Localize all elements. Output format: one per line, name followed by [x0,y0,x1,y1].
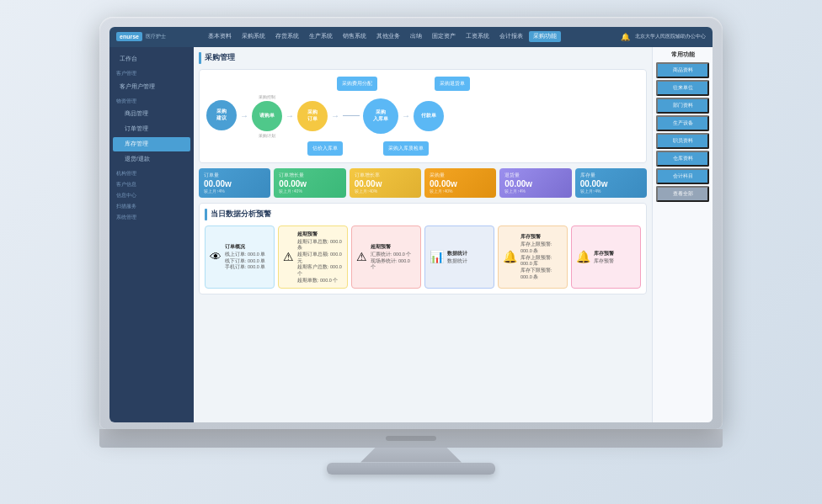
quick-btn-2[interactable]: 往来单位 [656,80,709,96]
nav-item-2[interactable]: 采购系统 [238,31,270,42]
stat-card-3: 订单增长率 00.00w 较上月↑40% [350,168,421,198]
quick-btn-1[interactable]: 商品资料 [656,62,709,78]
sidebar-item-workbench[interactable]: 工作台 [113,51,190,66]
flow-sub-2: 采购计划 [259,133,275,138]
warning-icon-1: ⚠ [283,250,294,263]
flow-arrow-2: → [286,111,294,120]
sidebar-item-returns[interactable]: 退货/退款 [113,152,190,167]
analysis-card-1: 👁 订单概况 线上订单: 000.0 单线下订单: 000.0 单手机订单: 0… [205,225,275,289]
analysis-card-3: ⚠ 超期预警 汇票统计: 000.0 个现场券统计: 000.0 个 [351,225,421,289]
bell-icon-2: 🔔 [576,250,590,263]
top-bar-right: 🔔 北京大学人民医院辅助办公中心 [621,33,706,41]
sidebar-section-customer: 客户管理 [109,67,194,78]
flow-arrow-1: → [240,111,248,120]
nav-item-6[interactable]: 其他业务 [372,31,404,42]
quick-btn-3[interactable]: 部门资料 [656,98,709,114]
sidebar-section-scan: 扫描服务 [109,200,194,211]
top-nav: 基本资料 采购系统 存货系统 生产系统 销售系统 其他业务 出纳 固定资产 工资… [200,31,621,42]
analysis-section: 当日数据分析预警 👁 订单概况 线上订单: 000.0 单线下订单: 000.0… [199,203,647,295]
stat-value-6: 00.00w [580,179,642,188]
notification-icon[interactable]: 🔔 [621,33,630,41]
nav-item-9[interactable]: 工资系统 [462,31,494,42]
quick-btn-8[interactable]: 查看全部 [656,186,709,202]
quick-btn-4[interactable]: 生产设备 [656,115,709,131]
right-panel: 常用功能 商品资料 往来单位 部门资料 生产设备 职员资料 仓库资料 会计科目 … [652,47,713,422]
user-info: 北京大学人民医院辅助办公中心 [635,33,706,40]
eye-icon: 👁 [210,250,222,263]
quick-btn-5[interactable]: 职员资料 [656,133,709,149]
logo-box: enurse [116,32,142,41]
nav-item-5[interactable]: 销售系统 [339,31,371,42]
nav-item-4[interactable]: 生产系统 [305,31,337,42]
stat-label-4: 采购量 [430,172,491,178]
stat-label-2: 订单增长量 [279,172,340,178]
card-text-1: 线上订单: 000.0 单线下订单: 000.0 单手机订单: 000.0 单 [225,252,265,271]
bell-icon-1: 🔔 [503,250,517,263]
monitor-stand-top [360,448,462,463]
stat-label-3: 订单增长率 [355,172,416,178]
monitor-frame: enurse 医疗护士 基本资料 采购系统 存货系统 生产系统 销售系统 其他业… [99,17,723,429]
monitor: enurse 医疗护士 基本资料 采购系统 存货系统 生产系统 销售系统 其他业… [91,17,731,488]
stat-value-5: 00.00w [504,179,566,188]
sidebar-section-material: 物资管理 [109,95,194,106]
quick-btn-6[interactable]: 仓库资料 [656,151,709,167]
card-title-4: 数据统计 [447,250,467,257]
monitor-chin [99,429,723,448]
stat-sub-6: 较上月↑4% [580,188,642,194]
sidebar-item-orders[interactable]: 订单管理 [113,122,190,136]
sidebar-section-org: 机构管理 [109,167,194,178]
card-title-5: 库存预警 [520,233,563,241]
card-content-5: 库存预警 库存上限预警: 000.0 条库存上限预警: 000.0 库库存下限预… [520,233,563,280]
stat-sub-2: 较上月↑40% [279,188,340,194]
warning-icon-2: ⚠ [356,250,367,263]
flow-circle-4: 采购入库单 [363,98,398,134]
section-marker [199,52,201,64]
nav-item-3[interactable]: 存货系统 [271,31,303,42]
sidebar: 工作台 客户管理 客户用户管理 物资管理 商品管理 订单管理 库存管理 退货/退… [109,47,194,422]
stat-card-5: 退货量 00.00w 较上月↑4% [499,168,571,198]
sidebar-item-goods[interactable]: 商品管理 [113,107,190,121]
card-text-3: 汇票统计: 000.0 个现场券统计: 000.0 个 [371,252,416,271]
sidebar-item-inventory[interactable]: 库存管理 [113,137,190,151]
card-content-2: 超期预警 超期订单总数: 000.0 条超期订单总额: 000.0 元超期客户总… [297,231,343,284]
card-text-2: 超期订单总数: 000.0 条超期订单总额: 000.0 元超期客户总数: 00… [297,239,343,284]
quick-btn-7[interactable]: 会计科目 [656,168,709,184]
card-title-6: 库存预警 [594,250,614,257]
card-content-4: 数据统计 数据统计 [447,250,467,265]
analysis-marker [205,209,207,220]
flowchart: 采购费用分配 采购退货单 采购建议 → [199,69,647,163]
card-content-1: 订单概况 线上订单: 000.0 单线下订单: 000.0 单手机订单: 000… [225,243,265,271]
flow-node-2: 采购控制 请购单 采购计划 [252,94,282,138]
app-container: enurse 医疗护士 基本资料 采购系统 存货系统 生产系统 销售系统 其他业… [109,27,713,422]
sidebar-item-user-mgmt[interactable]: 客户用户管理 [113,79,190,94]
analysis-cards: 👁 订单概况 线上订单: 000.0 单线下订单: 000.0 单手机订单: 0… [205,225,641,289]
nav-item-7[interactable]: 出纳 [406,31,426,42]
flow-sub-1: 采购控制 [259,94,275,99]
stat-sub-3: 较上月↑40% [355,188,416,194]
flow-top-box-2: 采购退货单 [435,77,470,91]
stats-row: 订单量 00.00w 较上月↑4% 订单增长量 00.00w 较上月↑40% 订… [199,168,647,198]
card-text-5: 库存上限预警: 000.0 条库存上限预警: 000.0 库库存下限预警: 00… [520,241,563,280]
nav-item-11[interactable]: 采购功能 [529,31,561,42]
logo-text: 医疗护士 [146,33,166,40]
flow-node-1: 采购建议 [206,100,237,132]
flow-bottom-box-2: 采购入库质检单 [383,141,429,156]
right-panel-title: 常用功能 [656,50,709,59]
stat-sub-5: 较上月↑4% [504,188,566,194]
nav-item-10[interactable]: 会计报表 [495,31,527,42]
stat-value-4: 00.00w [430,179,491,188]
analysis-card-5: 🔔 库存预警 库存上限预警: 000.0 条库存上限预警: 000.0 库库存下… [498,225,568,289]
flow-circle-5: 付款单 [414,101,444,131]
flow-main-row: 采购建议 → 采购控制 请购单 采购计划 → [206,94,639,138]
card-text-4: 数据统计 [447,258,467,265]
flow-arrow-3: → [331,111,339,120]
section-header: 采购管理 [199,52,647,64]
stat-value-3: 00.00w [355,179,416,188]
content-area: 采购管理 采购费用分配 采购退货单 [194,47,652,422]
nav-item-8[interactable]: 固定资产 [428,31,460,42]
flow-node-5: 付款单 [414,101,444,131]
analysis-card-4: 📊 数据统计 数据统计 [424,225,494,289]
top-bar: enurse 医疗护士 基本资料 采购系统 存货系统 生产系统 销售系统 其他业… [109,27,713,47]
nav-item-1[interactable]: 基本资料 [204,31,236,42]
sidebar-section-client: 客户信息 [109,178,194,189]
